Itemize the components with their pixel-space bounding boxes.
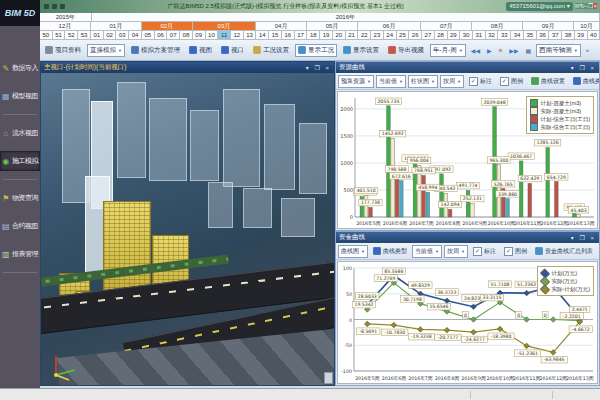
timeline-week-cell[interactable]: 10 <box>206 31 219 40</box>
timeline-week-cell[interactable]: 35 <box>524 31 537 40</box>
checkbox-icon[interactable]: ✓ <box>473 247 482 256</box>
timeline-week-cell[interactable]: 22 <box>358 31 371 40</box>
legend-checkbox[interactable]: ✓图例 <box>501 245 530 258</box>
export-video-button[interactable]: 导出视频 <box>385 44 427 57</box>
panel-controls[interactable]: ▾ ❐ × <box>571 64 596 71</box>
viewport-scrollbar[interactable] <box>324 372 333 384</box>
viewport-button[interactable]: 视口 <box>218 44 247 57</box>
display-settings-button[interactable]: 显示设置 <box>340 44 382 57</box>
view-button[interactable]: 视图 <box>186 44 215 57</box>
refresh-icon[interactable]: ↻ <box>580 3 585 9</box>
timeline-month-cell[interactable]: 09月 <box>523 22 574 31</box>
show-condition-button[interactable]: 显示工况 <box>295 44 337 57</box>
save-icon[interactable] <box>44 4 49 9</box>
label-checkbox[interactable]: ✓标注 <box>466 75 495 88</box>
timeline-month-cell[interactable]: 07月 <box>421 22 472 31</box>
timeline-week-cell[interactable]: 05 <box>142 31 155 40</box>
timeline-week-cell[interactable]: 28 <box>435 31 448 40</box>
timeline-week-cell[interactable]: 13 <box>244 31 257 40</box>
timeline-week-cell[interactable]: 24 <box>384 31 397 40</box>
chart-type-dropdown[interactable]: 曲线图▼ <box>338 245 368 258</box>
timeline-week-cell[interactable]: 39 <box>575 31 588 40</box>
timeline-week-cell[interactable]: 50 <box>40 31 53 40</box>
timeline-month-cell[interactable]: 10月 <box>574 22 600 31</box>
sidebar-item-model-view[interactable]: ▦模型视图 <box>0 86 40 106</box>
timeline-week-cell[interactable]: 18 <box>307 31 320 40</box>
timeline-week-cell[interactable]: 25 <box>397 31 410 40</box>
timeline-month-cell[interactable]: 04月 <box>256 22 307 31</box>
fund-summary-button[interactable]: 资金曲线汇总列表 <box>532 245 596 258</box>
plan-manage-button[interactable]: 模拟方案管理 <box>128 44 183 57</box>
timeline-week-cell[interactable]: 34 <box>511 31 524 40</box>
sidebar-item-flow-view[interactable]: ⌂流水视图 <box>0 123 40 143</box>
timeline-week-cell[interactable]: 16 <box>282 31 295 40</box>
timeline-week-cell[interactable]: 53 <box>78 31 91 40</box>
label-checkbox[interactable]: ✓标注 <box>470 245 499 258</box>
play-button[interactable]: ▶ <box>485 45 494 56</box>
timeline-week-cell[interactable]: 23 <box>371 31 384 40</box>
timeline-week-cell[interactable]: 03 <box>116 31 129 40</box>
toolbar-overflow[interactable]: » <box>584 45 591 55</box>
sim-mode-dropdown[interactable]: 直接模拟▼ <box>87 44 125 57</box>
undo-icon[interactable] <box>52 4 57 9</box>
close-icon[interactable]: × <box>593 3 597 9</box>
timeline-month-cell[interactable]: 06月 <box>358 22 421 31</box>
legend-checkbox[interactable]: ✓图例 <box>497 75 526 88</box>
timeline-week-cell[interactable]: 33 <box>498 31 511 40</box>
condition-settings-button[interactable]: 工况设置 <box>250 44 292 57</box>
timeline-month-cell[interactable]: 08月 <box>472 22 523 31</box>
timeline-week-cell[interactable]: 17 <box>295 31 308 40</box>
sidebar-item-report-manage[interactable]: ▥报表管理 <box>0 244 40 264</box>
account-dropdown[interactable]: 453715601@qq.com ▾ <box>506 2 573 11</box>
scene-3d[interactable] <box>41 73 334 385</box>
timeline-week-cell[interactable]: 06 <box>155 31 168 40</box>
panel-controls[interactable]: ▾ ❐ × <box>571 234 596 241</box>
timeline-week-cell[interactable]: 31 <box>473 31 486 40</box>
chart-type-dropdown[interactable]: 柱状图▼ <box>408 75 438 88</box>
period-dropdown[interactable]: 按周▼ <box>444 245 468 258</box>
timeline-week-cell[interactable]: 14 <box>256 31 269 40</box>
timeline-month-cell[interactable]: 03月 <box>193 22 256 31</box>
timeline-week-cell[interactable]: 11 <box>218 31 231 40</box>
timeline-week-cell[interactable]: 02 <box>104 31 117 40</box>
timeline-week-cell[interactable]: 36 <box>537 31 550 40</box>
period-dropdown[interactable]: 按周▼ <box>440 75 464 88</box>
sidebar-item-contract-view[interactable]: ▤合约视图 <box>0 216 40 236</box>
timeline-month-cell[interactable]: 02月 <box>142 22 193 31</box>
timeline-week-cell[interactable]: 07 <box>167 31 180 40</box>
timeline-week-cell[interactable]: 32 <box>486 31 499 40</box>
timeline-week-cell[interactable]: 38 <box>562 31 575 40</box>
sidebar-item-material-query[interactable]: ⚑物资查询 <box>0 188 40 208</box>
timeline-week-cell[interactable]: 19 <box>320 31 333 40</box>
timeline-week-cell[interactable]: 26 <box>409 31 422 40</box>
timeline-week-cell[interactable]: 20 <box>333 31 346 40</box>
viewport-controls[interactable]: ▾ ❐ × <box>306 64 331 71</box>
timeline-week-cell[interactable]: 21 <box>346 31 359 40</box>
panel-overflow[interactable]: » <box>598 246 599 256</box>
rewind-button[interactable]: ◀◀ <box>469 45 482 56</box>
timeline-week-cell[interactable]: 40 <box>588 31 600 40</box>
time-scale-dropdown[interactable]: 年-月-周▼ <box>430 44 466 57</box>
timeline-week-cell[interactable]: 37 <box>549 31 562 40</box>
timeline-week-cell[interactable]: 30 <box>460 31 473 40</box>
timeline-week-cell[interactable]: 08 <box>180 31 193 40</box>
timeline-week-cell[interactable]: 04 <box>129 31 142 40</box>
fast-forward-button[interactable]: ▶▶ <box>507 45 520 56</box>
timeline-year-cell[interactable]: 2015年 <box>40 13 92 22</box>
project-info-button[interactable]: 项目资料 <box>42 44 84 57</box>
timeline-week-cell[interactable]: 52 <box>65 31 78 40</box>
curve-type-button[interactable]: 曲线类型 <box>370 245 410 258</box>
timeline-week-cell[interactable]: 12 <box>231 31 244 40</box>
checkbox-icon[interactable]: ✓ <box>504 247 513 256</box>
timeline-month-cell[interactable]: 12月 <box>40 22 91 31</box>
checkbox-icon[interactable]: ✓ <box>500 77 509 86</box>
grid-view-button[interactable]: ▦ <box>524 45 534 56</box>
timeline-week-cell[interactable]: 29 <box>448 31 461 40</box>
timeline-year-cell[interactable]: 2016年 <box>92 13 600 22</box>
resource-source-dropdown[interactable]: 预算资源▼ <box>338 75 374 88</box>
curve-settings-button[interactable]: 曲线设置 <box>528 75 568 88</box>
stop-button[interactable]: ■ <box>497 45 505 55</box>
value-mode-dropdown[interactable]: 当前值▼ <box>412 245 442 258</box>
sidebar-item-construction-sim[interactable]: ◉施工模拟 <box>0 151 40 171</box>
checkbox-icon[interactable]: ✓ <box>469 77 478 86</box>
